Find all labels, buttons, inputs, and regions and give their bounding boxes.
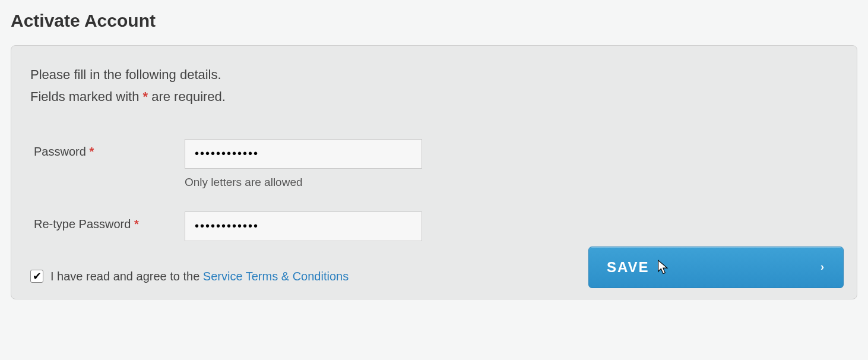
- password-hint: Only letters are allowed: [185, 176, 422, 189]
- instructions-line2-before: Fields marked with: [30, 89, 143, 104]
- instructions-line1: Please fill in the following details.: [30, 64, 838, 86]
- password-input-col: Only letters are allowed: [185, 139, 422, 206]
- form-panel: Please fill in the following details. Fi…: [11, 45, 857, 299]
- retype-password-input[interactable]: [185, 211, 422, 241]
- chevron-right-icon: ›: [821, 261, 825, 273]
- retype-label-text: Re-type Password: [34, 217, 134, 230]
- retype-input-col: [185, 211, 422, 264]
- password-required-mark: *: [89, 145, 94, 158]
- instructions-line2: Fields marked with * are required.: [30, 86, 838, 108]
- retype-password-label: Re-type Password *: [30, 211, 185, 231]
- save-button-label: SAVE: [607, 259, 650, 276]
- password-input[interactable]: [185, 139, 422, 169]
- instructions-line2-after: are required.: [148, 89, 226, 104]
- instructions: Please fill in the following details. Fi…: [30, 64, 838, 108]
- password-label: Password *: [30, 139, 185, 159]
- page-title: Activate Account: [11, 0, 857, 45]
- agree-text: I have read and agree to the Service Ter…: [50, 270, 349, 283]
- agree-checkbox[interactable]: ✔: [30, 270, 43, 283]
- save-button[interactable]: SAVE ›: [588, 247, 844, 288]
- retype-required-mark: *: [134, 217, 139, 230]
- terms-link[interactable]: Service Terms & Conditions: [203, 270, 349, 283]
- password-row: Password * Only letters are allowed: [30, 139, 838, 206]
- agree-text-before: I have read and agree to the: [50, 270, 203, 283]
- required-asterisk: *: [143, 89, 148, 104]
- password-label-text: Password: [34, 145, 89, 158]
- cursor-icon: [655, 259, 672, 276]
